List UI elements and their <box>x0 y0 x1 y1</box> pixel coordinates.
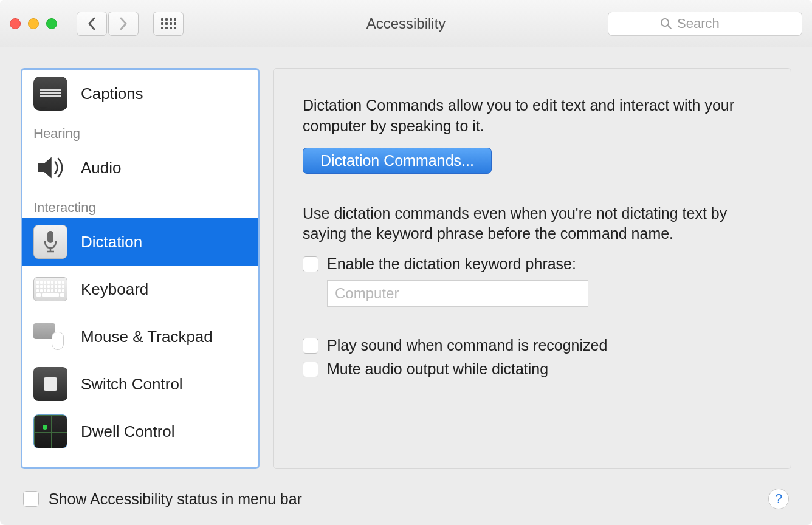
show-status-label: Show Accessibility status in menu bar <box>49 490 302 508</box>
sidebar-item-audio[interactable]: Audio <box>22 144 258 191</box>
dictation-commands-button[interactable]: Dictation Commands... <box>303 148 492 174</box>
enable-keyword-row: Enable the dictation keyword phrase: <box>303 255 762 273</box>
keyword-phrase-input[interactable] <box>335 285 580 302</box>
mouse-trackpad-icon <box>33 320 67 354</box>
switch-control-icon <box>33 367 67 401</box>
sidebar-item-label: Dwell Control <box>81 422 175 441</box>
sidebar-item-dwell-control[interactable]: Dwell Control <box>22 408 258 455</box>
traffic-lights <box>10 18 57 29</box>
search-field[interactable] <box>608 12 802 36</box>
nav-buttons <box>77 12 139 36</box>
accessibility-prefs-window: Accessibility Captions Hearing <box>0 0 812 525</box>
sidebar-item-captions[interactable]: Captions <box>22 70 258 117</box>
dictation-intro-text: Dictation Commands allow you to edit tex… <box>303 95 762 137</box>
svg-rect-2 <box>47 231 53 243</box>
mute-audio-row: Mute audio output while dictating <box>303 360 762 378</box>
mute-audio-checkbox[interactable] <box>303 362 318 377</box>
forward-button[interactable] <box>108 12 139 36</box>
search-icon <box>660 18 672 30</box>
sidebar-item-keyboard[interactable]: Keyboard <box>22 266 258 313</box>
back-button[interactable] <box>77 12 107 36</box>
sidebar-item-label: Dictation <box>81 233 142 252</box>
sidebar-item-label: Audio <box>81 159 122 177</box>
svg-line-1 <box>668 26 671 29</box>
play-sound-checkbox[interactable] <box>303 338 318 354</box>
speaker-icon <box>33 151 67 185</box>
show-status-checkbox[interactable] <box>23 491 39 507</box>
svg-point-0 <box>661 19 669 26</box>
detail-panel: Dictation Commands allow you to edit tex… <box>273 68 791 469</box>
keyword-desc-text: Use dictation commands even when you're … <box>303 204 762 245</box>
close-window-button[interactable] <box>10 18 21 29</box>
content-area: Captions Hearing Audio Interacting <box>0 47 812 473</box>
keyword-phrase-field[interactable] <box>327 280 588 307</box>
help-button[interactable]: ? <box>768 489 789 509</box>
sidebar-item-label: Captions <box>81 84 143 103</box>
enable-keyword-label: Enable the dictation keyword phrase: <box>327 255 576 273</box>
sidebar-section-interacting: Interacting <box>22 191 258 218</box>
captions-icon <box>33 77 67 111</box>
divider <box>303 323 762 323</box>
sidebar-item-dictation[interactable]: Dictation <box>22 218 258 266</box>
titlebar: Accessibility <box>0 0 812 47</box>
mute-audio-label: Mute audio output while dictating <box>327 360 548 378</box>
sidebar-section-hearing: Hearing <box>22 117 258 144</box>
dwell-control-icon <box>33 414 67 448</box>
show-all-prefs-button[interactable] <box>153 12 184 36</box>
search-input[interactable] <box>677 16 750 32</box>
zoom-window-button[interactable] <box>46 18 57 29</box>
play-sound-row: Play sound when command is recognized <box>303 337 762 354</box>
sidebar: Captions Hearing Audio Interacting <box>21 68 260 469</box>
footer: Show Accessibility status in menu bar ? <box>0 473 812 525</box>
enable-keyword-checkbox[interactable] <box>303 256 318 272</box>
sidebar-item-label: Keyboard <box>81 280 148 299</box>
sidebar-item-label: Mouse & Trackpad <box>81 328 213 346</box>
divider <box>303 190 762 190</box>
sidebar-item-mouse-trackpad[interactable]: Mouse & Trackpad <box>22 313 258 360</box>
minimize-window-button[interactable] <box>28 18 39 29</box>
sidebar-item-label: Switch Control <box>81 375 183 394</box>
play-sound-label: Play sound when command is recognized <box>327 337 607 354</box>
grid-icon <box>161 18 176 29</box>
microphone-icon <box>33 225 67 259</box>
sidebar-item-switch-control[interactable]: Switch Control <box>22 360 258 408</box>
keyboard-icon <box>33 272 67 306</box>
